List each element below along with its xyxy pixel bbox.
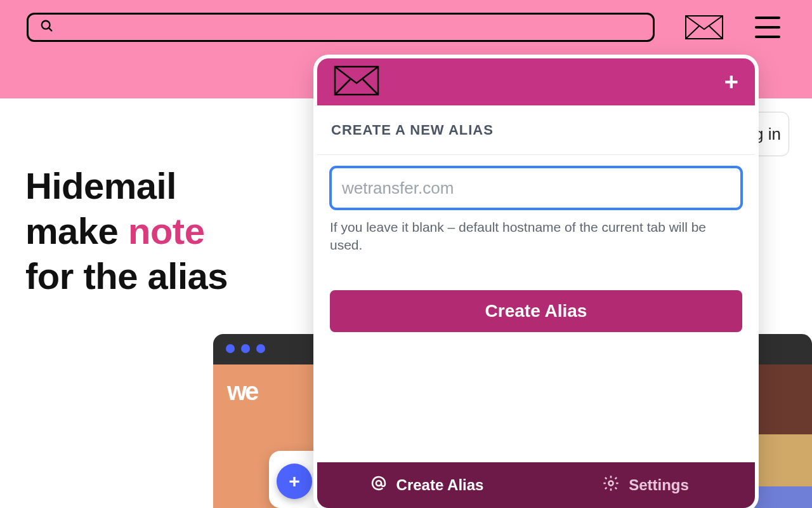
alias-input[interactable]: [330, 166, 742, 210]
footer-create-alias[interactable]: Create Alias: [317, 462, 536, 508]
extension-popup: + CREATE A NEW ALIAS If you leave it bla…: [317, 58, 755, 508]
hero-heading: Hidemail make note for the alias: [25, 164, 304, 298]
search-icon: [40, 19, 54, 36]
login-button-partial[interactable]: g in: [751, 112, 789, 156]
mail-icon[interactable]: [685, 15, 723, 39]
hero-line-2: make note: [25, 209, 304, 254]
mail-logo-icon: [334, 65, 379, 98]
popup-footer: Create Alias Settings: [317, 462, 755, 508]
popup-body: If you leave it blank – default hostname…: [317, 155, 755, 344]
window-controls: [226, 344, 265, 353]
we-logo: we: [227, 377, 257, 406]
search-box[interactable]: [27, 13, 655, 42]
svg-line-1: [49, 28, 52, 31]
create-alias-button[interactable]: Create Alias: [330, 290, 742, 332]
alias-hint: If you leave it blank – default hostname…: [330, 218, 742, 255]
add-fab[interactable]: +: [277, 464, 312, 499]
svg-point-5: [609, 481, 613, 486]
search-input[interactable]: [62, 21, 641, 34]
at-icon: [370, 474, 388, 496]
popup-header: +: [317, 58, 755, 105]
popup-title: CREATE A NEW ALIAS: [317, 105, 755, 155]
gear-icon: [602, 474, 620, 496]
hero-line-1: Hidemail: [25, 164, 304, 209]
menu-icon[interactable]: [755, 17, 780, 38]
footer-settings[interactable]: Settings: [536, 462, 755, 508]
right-artwork: [755, 364, 812, 508]
hero-line-3: for the alias: [25, 254, 304, 299]
add-icon[interactable]: +: [724, 70, 738, 94]
hero-accent: note: [128, 210, 204, 251]
